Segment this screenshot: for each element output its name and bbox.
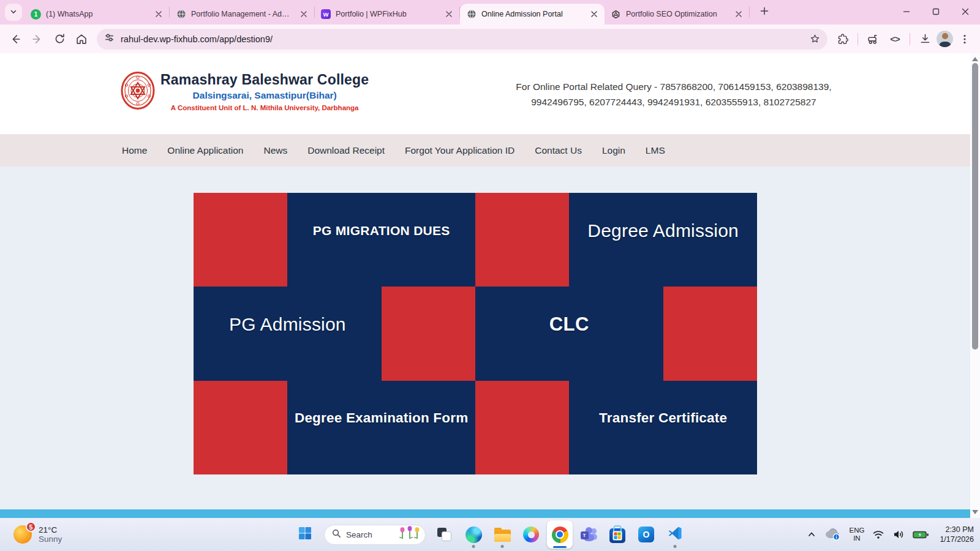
decor-tile-red xyxy=(382,287,475,380)
tab-strip: 1 (1) WhatsApp Portfolio Management - Ad… xyxy=(0,0,980,24)
file-explorer-icon xyxy=(494,530,511,542)
tile-pg-admission[interactable]: PG Admission xyxy=(194,287,382,380)
tile-transfer-certificate[interactable]: Transfer Certificate xyxy=(569,381,757,474)
scroll-down-arrow[interactable] xyxy=(972,510,978,514)
back-button[interactable] xyxy=(5,29,26,50)
system-tray: ENG IN 2:30 PM 1/17/2026 xyxy=(807,518,974,551)
openai-icon xyxy=(611,9,621,20)
microsoft-store-button[interactable] xyxy=(605,520,630,549)
weather-text: 21°C Sunny xyxy=(39,525,62,544)
taskbar-center-icons: Search xyxy=(292,518,688,551)
edge-browser-button[interactable] xyxy=(461,520,486,549)
copilot-button[interactable] xyxy=(518,520,544,549)
code-extension-icon[interactable]: <> xyxy=(884,29,905,50)
tray-chevron-up-icon[interactable] xyxy=(807,530,816,539)
toolbar-separator xyxy=(858,33,858,45)
globe-icon xyxy=(176,9,186,20)
tab-online-admission-portal-active[interactable]: Online Admission Portal xyxy=(460,4,605,24)
language-line2: IN xyxy=(849,534,864,543)
page-scrollbar[interactable] xyxy=(970,53,980,518)
minimize-button[interactable] xyxy=(892,0,921,23)
task-view-icon xyxy=(437,527,453,542)
contact-line-1: For Online Portal Related Query - 785786… xyxy=(502,79,845,94)
battery-icon[interactable] xyxy=(913,530,929,539)
tab-title: Portfolio Management - Admin xyxy=(191,10,293,18)
tab-title: Online Admission Portal xyxy=(481,10,584,18)
file-explorer-button[interactable] xyxy=(489,520,515,549)
close-icon[interactable] xyxy=(298,9,309,20)
nav-item-news[interactable]: News xyxy=(263,145,287,156)
tile-label: PG MIGRATION DUES xyxy=(313,223,450,238)
menu-kebab-icon[interactable] xyxy=(954,29,975,50)
weather-condition: Sunny xyxy=(39,534,62,544)
scrollbar-thumb[interactable] xyxy=(972,63,978,350)
weather-widget[interactable]: 5 21°C Sunny xyxy=(13,518,62,551)
scroll-up-arrow[interactable] xyxy=(972,57,978,61)
start-button[interactable] xyxy=(292,520,318,549)
college-logo xyxy=(120,70,156,111)
service-tiles-grid: PG MIGRATION DUES Degree Admission PG Ad… xyxy=(194,193,757,474)
tile-clc[interactable]: CLC xyxy=(475,287,663,380)
nav-item-login[interactable]: Login xyxy=(602,145,625,156)
tab-wpfixhub[interactable]: W Portfolio | WPFixHub xyxy=(315,4,459,24)
whatsapp-icon: 1 xyxy=(31,9,41,20)
vscode-button[interactable] xyxy=(662,520,688,549)
bookmark-star-icon[interactable] xyxy=(805,30,824,48)
tile-degree-admission[interactable]: Degree Admission xyxy=(569,193,757,287)
reload-button[interactable] xyxy=(49,29,70,50)
new-tab-button[interactable] xyxy=(756,4,773,21)
outlook-button[interactable]: O xyxy=(633,520,659,549)
decor-tile-red xyxy=(194,193,287,287)
wifi-icon[interactable] xyxy=(872,529,884,540)
tab-whatsapp[interactable]: 1 (1) WhatsApp xyxy=(24,4,169,24)
language-line1: ENG xyxy=(849,527,864,535)
address-bar[interactable]: rahul-dev.wp-fixhub.com/app/destion9/ xyxy=(97,29,827,50)
nav-item-lms[interactable]: LMS xyxy=(646,145,665,156)
nav-item-forgot-application-id[interactable]: Forgot Your Application ID xyxy=(405,145,514,156)
close-icon[interactable] xyxy=(153,9,164,20)
nav-item-contact-us[interactable]: Contact Us xyxy=(535,145,582,156)
plus-icon xyxy=(760,7,769,18)
tile-pg-migration-dues[interactable]: PG MIGRATION DUES xyxy=(287,193,475,287)
tab-search-button[interactable] xyxy=(5,4,22,21)
tab-seo-optimization[interactable]: Portfolio SEO Optimization xyxy=(605,4,749,24)
sun-icon: 5 xyxy=(13,525,32,544)
contact-line-2: 9942496795, 6207724443, 9942491931, 6203… xyxy=(502,94,845,110)
home-button[interactable] xyxy=(71,29,92,50)
chrome-button-active[interactable] xyxy=(547,520,573,549)
downloads-icon[interactable] xyxy=(914,29,935,50)
tab-title: (1) WhatsApp xyxy=(46,10,148,18)
taskbar-clock[interactable]: 2:30 PM 1/17/2026 xyxy=(940,525,974,545)
crawler-extension-icon[interactable] xyxy=(862,29,883,50)
tile-label: CLC xyxy=(549,313,589,335)
taskbar-search-box[interactable]: Search xyxy=(324,525,426,545)
college-identity: Ramashray Baleshwar College Dalsingsarai… xyxy=(160,72,369,111)
onedrive-icon[interactable] xyxy=(824,528,841,541)
profile-avatar[interactable] xyxy=(937,31,953,47)
maximize-button[interactable] xyxy=(921,0,951,23)
globe-icon xyxy=(466,9,477,20)
nav-item-home[interactable]: Home xyxy=(122,145,147,156)
tile-degree-examination-form[interactable]: Degree Examination Form xyxy=(287,381,475,474)
decor-tile-red xyxy=(475,193,569,287)
portal-query-contact: For Online Portal Related Query - 785786… xyxy=(502,79,845,110)
task-view-button[interactable] xyxy=(432,520,458,549)
forward-button[interactable] xyxy=(27,29,48,50)
volume-icon[interactable] xyxy=(892,529,905,540)
extensions-icon[interactable] xyxy=(832,29,853,50)
close-icon[interactable] xyxy=(589,9,600,20)
site-info-icon[interactable] xyxy=(104,32,115,45)
clock-date: 1/17/2026 xyxy=(940,534,974,545)
language-indicator[interactable]: ENG IN xyxy=(849,527,864,543)
college-affiliation: A Constituent Unit of L. N. Mithila Univ… xyxy=(160,104,369,111)
nav-item-online-application[interactable]: Online Application xyxy=(167,145,243,156)
tab-portfolio-management[interactable]: Portfolio Management - Admin xyxy=(170,4,314,24)
close-icon[interactable] xyxy=(443,9,454,20)
clock-time: 2:30 PM xyxy=(940,525,974,535)
active-app-indicator xyxy=(553,546,567,548)
teams-button[interactable]: T xyxy=(576,520,601,549)
nav-item-download-receipt[interactable]: Download Receipt xyxy=(307,145,385,156)
close-icon[interactable] xyxy=(733,9,744,20)
close-window-button[interactable] xyxy=(951,0,980,23)
footer-blue-strip xyxy=(0,509,970,518)
